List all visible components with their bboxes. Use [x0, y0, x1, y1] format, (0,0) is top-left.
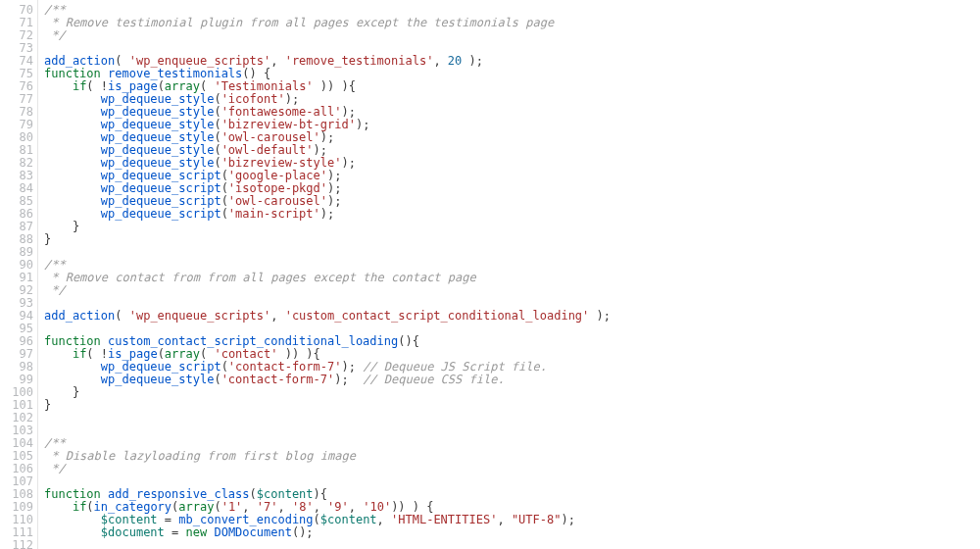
- token-op: [44, 92, 101, 106]
- token-fn: wp_dequeue_style: [101, 156, 215, 170]
- token-fn: is_page: [108, 347, 158, 361]
- token-fn: add_responsive_class: [108, 487, 250, 501]
- code-area[interactable]: /** * Remove testimonial plugin from all…: [38, 0, 980, 549]
- token-op: (: [214, 118, 220, 131]
- token-fn: custom_contact_script_conditional_loadin…: [108, 334, 398, 348]
- token-kw: if: [73, 79, 86, 93]
- token-op: ();: [292, 525, 314, 539]
- token-st: '1': [221, 500, 243, 514]
- token-op: ( !: [86, 347, 108, 361]
- token-st: 'fontawesome-all': [221, 105, 342, 119]
- code-line[interactable]: [44, 424, 980, 437]
- code-line[interactable]: */: [44, 463, 980, 475]
- token-op: (: [221, 169, 228, 182]
- token-op: ,: [349, 500, 363, 514]
- token-op: (: [158, 79, 165, 93]
- token-op: }: [44, 385, 79, 399]
- token-op: [44, 156, 101, 170]
- token-cm: // Dequeue CSS file.: [363, 373, 505, 386]
- token-op: );: [327, 181, 341, 195]
- token-op: [44, 79, 73, 93]
- token-kw: array: [178, 500, 214, 514]
- code-line[interactable]: }: [44, 399, 980, 412]
- code-editor[interactable]: 7071727374757677787980818283848586878889…: [0, 0, 980, 549]
- token-op: (: [86, 500, 93, 514]
- code-line[interactable]: */: [44, 284, 980, 297]
- token-op: )) ) {: [391, 500, 433, 514]
- token-fn: wp_dequeue_script: [101, 207, 221, 221]
- token-op: [44, 513, 101, 526]
- code-line[interactable]: * Remove testimonial plugin from all pag…: [44, 17, 980, 29]
- code-line[interactable]: wp_dequeue_script('main-script');: [44, 208, 980, 221]
- code-line[interactable]: [44, 412, 980, 424]
- code-line[interactable]: */: [44, 29, 980, 42]
- token-fn: is_page: [108, 79, 158, 93]
- token-st: 'contact-form-7': [228, 360, 342, 374]
- token-cm: * Remove testimonial plugin from all pag…: [44, 16, 554, 29]
- token-op: )) ){: [277, 347, 319, 361]
- token-st: '10': [363, 500, 391, 514]
- token-st: 'owl-carousel': [228, 194, 327, 208]
- token-st: 'remove_testimonials': [285, 54, 434, 68]
- token-vr: $document: [101, 525, 165, 539]
- code-line[interactable]: add_action( 'wp_enqueue_scripts', 'custo…: [44, 310, 980, 323]
- token-op: (: [214, 92, 220, 106]
- token-op: [44, 525, 101, 539]
- token-cm: /**: [44, 436, 66, 450]
- code-line[interactable]: $document = new DOMDocument();: [44, 526, 980, 539]
- token-op: ,: [314, 500, 327, 514]
- token-op: [44, 105, 101, 119]
- token-st: 'contact-form-7': [221, 373, 335, 386]
- token-op: [44, 143, 101, 157]
- token-op: );: [341, 360, 363, 374]
- token-op: [44, 181, 101, 195]
- token-op: );: [320, 207, 334, 221]
- code-line[interactable]: }: [44, 221, 980, 233]
- token-op: [44, 347, 73, 361]
- token-fn: DOMDocument: [214, 525, 291, 539]
- code-line[interactable]: * Remove contact from from all pages exc…: [44, 272, 980, 284]
- token-fn: wp_dequeue_style: [101, 373, 215, 386]
- token-op: [44, 169, 101, 182]
- token-st: '8': [292, 500, 314, 514]
- token-fn: wp_dequeue_script: [101, 194, 221, 208]
- token-st: 'contact': [214, 347, 277, 361]
- token-st: 'main-script': [228, 207, 320, 221]
- token-op: ,: [377, 513, 391, 526]
- token-op: );: [327, 169, 341, 182]
- token-op: ,: [242, 500, 256, 514]
- token-op: (: [221, 181, 228, 195]
- token-st: "UTF-8": [512, 513, 562, 526]
- token-vr: $content: [101, 513, 158, 526]
- token-fn: wp_dequeue_style: [101, 118, 215, 131]
- token-cm: * Disable lazyloading from first blog im…: [44, 449, 356, 463]
- token-op: [44, 130, 101, 144]
- line-number-gutter: 7071727374757677787980818283848586878889…: [0, 0, 38, 549]
- token-kw: if: [73, 500, 86, 514]
- token-st: 'owl-default': [221, 143, 314, 157]
- token-fn: wp_dequeue_script: [101, 169, 221, 182]
- token-fn: wp_dequeue_style: [101, 92, 215, 106]
- code-line[interactable]: * Disable lazyloading from first blog im…: [44, 450, 980, 463]
- code-line[interactable]: [44, 246, 980, 259]
- token-op: );: [589, 309, 611, 323]
- token-fn: in_category: [94, 500, 172, 514]
- token-op: (: [221, 207, 228, 221]
- token-fn: add_action: [44, 54, 115, 68]
- token-op: [44, 500, 73, 514]
- token-op: [44, 360, 101, 374]
- code-line[interactable]: }: [44, 386, 980, 399]
- token-op: () {: [242, 67, 270, 80]
- token-op: );: [320, 130, 334, 144]
- token-op: );: [462, 54, 483, 68]
- token-op: );: [285, 92, 299, 106]
- token-fn: wp_dequeue_style: [101, 105, 215, 119]
- code-line[interactable]: wp_dequeue_style('contact-form-7'); // D…: [44, 374, 980, 386]
- token-op: (: [214, 156, 220, 170]
- token-st: 'icofont': [221, 92, 285, 106]
- code-line[interactable]: }: [44, 233, 980, 246]
- token-st: 'Testimonials': [214, 79, 313, 93]
- token-kw: function: [44, 487, 101, 501]
- token-nu: 20: [448, 54, 462, 68]
- token-cm: // Dequeue JS Script file.: [363, 360, 547, 374]
